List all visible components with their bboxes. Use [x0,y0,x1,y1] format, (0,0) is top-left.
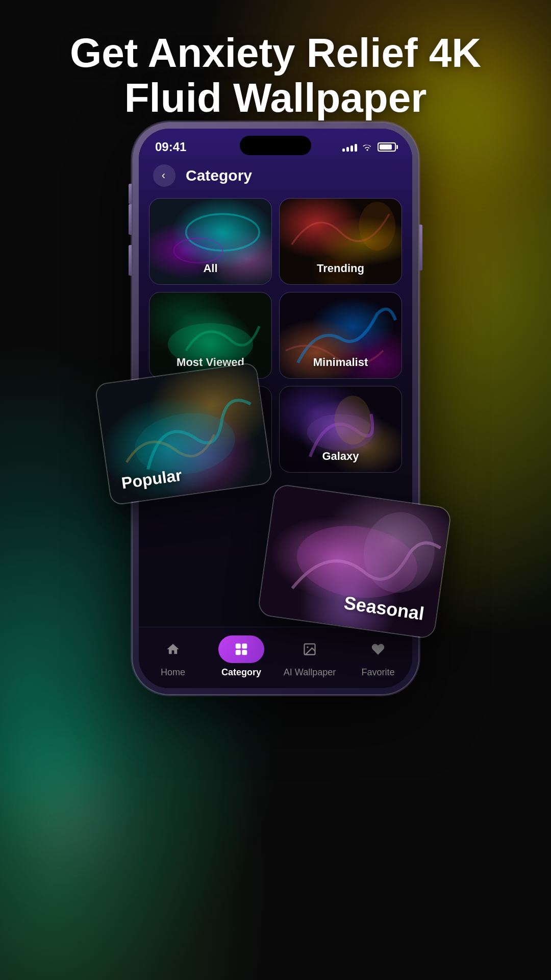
category-icon [234,642,249,657]
category-card-all[interactable]: All [149,198,272,285]
mute-button [129,184,132,204]
svg-rect-11 [242,650,247,655]
nav-item-home[interactable]: Home [139,635,207,678]
category-label-all: All [149,262,271,275]
volume-up-button [129,204,132,235]
dynamic-island [240,136,311,155]
floating-seasonal-card[interactable]: Seasonal [257,483,453,640]
nav-label-favorite: Favorite [361,667,394,678]
status-time: 09:41 [155,140,186,154]
category-label-galaxy: Galaxy [280,450,402,463]
svg-point-0 [186,214,259,251]
status-icons [342,142,396,152]
category-card-trending[interactable]: Trending [279,198,402,285]
power-button [419,225,422,271]
category-label-minimalist: Minimalist [280,356,402,369]
svg-point-2 [359,202,395,251]
svg-rect-9 [242,644,247,649]
category-label-trending: Trending [280,262,402,275]
image-icon [303,642,317,656]
bg-blob-5 [26,776,128,878]
home-icon [158,635,188,663]
svg-point-7 [335,396,371,445]
category-card-minimalist[interactable]: Minimalist [279,292,402,379]
nav-label-category: Category [221,667,261,678]
category-icon-wrap [218,635,264,663]
nav-label-ai-wallpaper: AI Wallpaper [284,667,336,678]
floating-popular-card[interactable]: Popular [94,362,273,506]
nav-item-ai-wallpaper[interactable]: AI Wallpaper [276,635,344,678]
favorite-icon-wrap [363,635,393,663]
ai-wallpaper-icon-wrap [294,635,325,663]
nav-label-home: Home [161,667,185,678]
nav-item-favorite[interactable]: Favorite [344,635,412,678]
svg-point-13 [307,646,309,648]
bottom-nav: Home Category [139,627,412,688]
heart-icon [371,642,385,656]
back-button[interactable]: ‹ [153,164,176,187]
volume-down-button [129,245,132,276]
nav-header: ‹ Category [139,157,412,194]
category-card-galaxy[interactable]: Galaxy [279,386,402,473]
nav-item-category[interactable]: Category [207,635,276,678]
wifi-icon [362,143,372,151]
svg-rect-8 [236,644,241,649]
svg-rect-10 [236,650,241,655]
signal-icon [342,142,357,152]
page-title: Category [186,167,252,184]
main-heading: Get Anxiety Relief 4K Fluid Wallpaper [0,31,551,120]
battery-icon [378,142,396,152]
chevron-left-icon: ‹ [162,170,165,181]
phone-mockup: 09:41 ‹ Category [133,122,418,694]
